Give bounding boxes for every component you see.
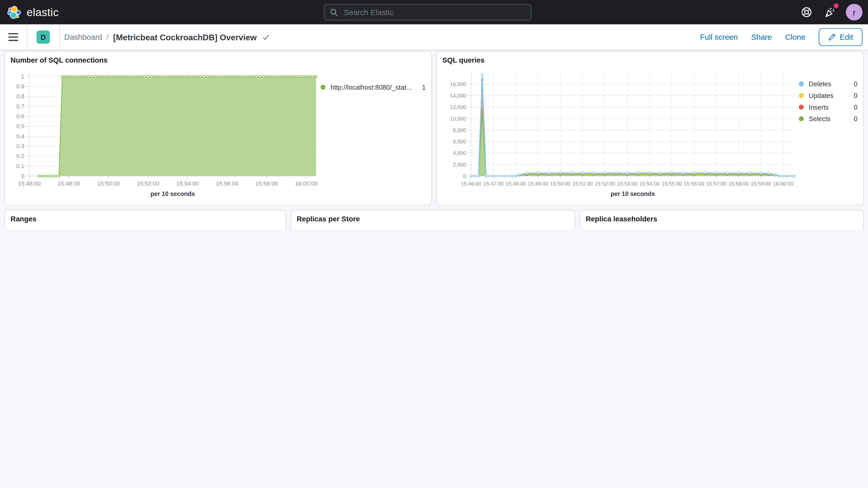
legend-label[interactable]: http://localhost:8080/_stat... xyxy=(331,84,417,91)
svg-text:0.8: 0.8 xyxy=(17,93,24,99)
legend-value: 1 xyxy=(422,84,426,91)
svg-text:15:47:00: 15:47:00 xyxy=(483,181,504,187)
svg-text:15:53:00: 15:53:00 xyxy=(617,181,638,187)
chart-replica-leaseholders[interactable]: 0102030405060708015:46:0015:49:0015:52:0… xyxy=(586,226,747,229)
elastic-logo-icon xyxy=(7,5,22,20)
svg-text:per 10 seconds: per 10 seconds xyxy=(611,190,655,197)
legend-item: Selects0 xyxy=(799,113,858,125)
legend-label[interactable]: Deletes xyxy=(809,80,849,88)
panel-title: Ranges xyxy=(10,215,280,226)
page-title: [Metricbeat CockroachDB] Overview xyxy=(113,32,256,42)
svg-text:0: 0 xyxy=(463,173,466,179)
svg-text:2,000: 2,000 xyxy=(453,162,466,167)
chart-sql-connections[interactable]: 00.10.20.30.40.50.60.70.80.9115:46:0015:… xyxy=(10,67,320,200)
toolbar: D Dashboard / [Metricbeat CockroachDB] O… xyxy=(0,24,868,51)
panel-replicas-per-store: Replicas per Store 0102030405060708015:4… xyxy=(290,210,575,229)
notification-dot xyxy=(834,3,839,8)
svg-text:4,000: 4,000 xyxy=(453,150,466,156)
panel-number-of-sql-connections: Number of SQL connections 00.10.20.30.40… xyxy=(4,51,432,205)
svg-text:15:48:00: 15:48:00 xyxy=(58,180,80,187)
svg-text:15:57:00: 15:57:00 xyxy=(706,181,726,187)
edit-button-label: Edit xyxy=(840,33,853,41)
panel-title: Replica leaseholders xyxy=(586,215,858,226)
svg-text:8,000: 8,000 xyxy=(453,127,466,133)
legend-dot xyxy=(799,81,804,86)
legend-dot xyxy=(799,105,804,110)
legend-value: 0 xyxy=(854,80,857,88)
svg-text:12,000: 12,000 xyxy=(450,104,466,110)
svg-text:0.1: 0.1 xyxy=(17,163,24,170)
svg-text:0.7: 0.7 xyxy=(17,103,24,110)
svg-text:15:46:00: 15:46:00 xyxy=(18,180,40,187)
svg-text:15:49:00: 15:49:00 xyxy=(528,181,548,187)
divider xyxy=(27,24,27,50)
svg-text:15:56:00: 15:56:00 xyxy=(684,181,704,187)
legend-item: Deletes0 xyxy=(799,78,858,90)
svg-text:15:52:00: 15:52:00 xyxy=(595,181,615,187)
legend-dot xyxy=(320,85,326,90)
legend-label[interactable]: Selects xyxy=(809,115,849,123)
panel-title: SQL queries xyxy=(442,56,858,67)
svg-text:15:50:00: 15:50:00 xyxy=(550,181,571,187)
svg-text:15:56:00: 15:56:00 xyxy=(216,180,238,187)
legend-dot xyxy=(799,93,804,98)
svg-text:15:52:00: 15:52:00 xyxy=(137,180,159,187)
panel-ranges: Ranges 0102030405060708015:46:0015:48:00… xyxy=(4,210,286,229)
svg-text:15:48:00: 15:48:00 xyxy=(505,181,526,187)
help-icon[interactable] xyxy=(800,5,813,19)
full-screen-button[interactable]: Full screen xyxy=(700,33,738,41)
svg-text:per 10 seconds: per 10 seconds xyxy=(151,190,195,197)
svg-text:15:59:00: 15:59:00 xyxy=(751,181,771,187)
legend-label[interactable]: Inserts xyxy=(809,103,849,111)
search-input[interactable] xyxy=(343,7,525,17)
svg-text:16:00:00: 16:00:00 xyxy=(295,180,317,187)
svg-text:10,000: 10,000 xyxy=(450,116,466,122)
brand[interactable]: elastic xyxy=(0,5,59,20)
panel-title: Number of SQL connections xyxy=(10,56,426,67)
svg-text:15:46:00: 15:46:00 xyxy=(461,181,481,187)
legend-replicas-per-store: http://localhost:8080/_sta...89 xyxy=(458,226,569,229)
svg-text:0.5: 0.5 xyxy=(17,123,24,129)
pencil-icon xyxy=(828,33,836,41)
svg-text:15:51:00: 15:51:00 xyxy=(572,181,593,187)
share-button[interactable]: Share xyxy=(751,33,772,41)
svg-text:15:54:00: 15:54:00 xyxy=(639,181,660,187)
global-search[interactable] xyxy=(324,4,531,21)
app-viewport: elastic r xyxy=(0,0,868,229)
space-badge[interactable]: D xyxy=(37,30,50,44)
avatar-letter: r xyxy=(852,7,856,17)
panel-sql-queries: SQL queries 02,0004,0006,0008,00010,0001… xyxy=(436,51,864,205)
saved-check-icon[interactable] xyxy=(262,33,270,41)
search-icon xyxy=(330,8,338,17)
breadcrumb-dashboard[interactable]: Dashboard xyxy=(64,33,102,41)
svg-text:0: 0 xyxy=(21,173,24,179)
svg-text:15:58:00: 15:58:00 xyxy=(728,181,749,187)
legend-dot xyxy=(799,116,804,121)
svg-text:1: 1 xyxy=(21,73,24,80)
edit-button[interactable]: Edit xyxy=(818,28,863,46)
user-avatar[interactable]: r xyxy=(846,4,863,21)
clone-button[interactable]: Clone xyxy=(785,33,805,41)
panel-replica-leaseholders: Replica leaseholders 0102030405060708015… xyxy=(580,210,864,229)
legend-item: Updates0 xyxy=(799,90,858,101)
legend-item: http://localhost:8080/_stat...1 xyxy=(320,81,426,93)
legend-value: 0 xyxy=(854,115,857,123)
legend-sql-connections: http://localhost:8080/_stat...1 xyxy=(320,67,426,200)
svg-text:14,000: 14,000 xyxy=(450,93,466,98)
toolbar-actions: Full screen Share Clone Edit xyxy=(700,28,862,46)
svg-text:0.6: 0.6 xyxy=(17,113,24,120)
svg-text:15:54:00: 15:54:00 xyxy=(176,180,199,187)
breadcrumb: Dashboard / [Metricbeat CockroachDB] Ove… xyxy=(64,32,270,42)
chart-ranges[interactable]: 0102030405060708015:46:0015:48:0015:50:0… xyxy=(10,226,208,229)
menu-icon[interactable] xyxy=(8,33,18,41)
svg-text:6,000: 6,000 xyxy=(453,139,466,145)
divider xyxy=(59,24,60,50)
brand-text: elastic xyxy=(27,6,59,19)
chart-replicas-per-store[interactable]: 0102030405060708015:46:0015:49:0015:52:0… xyxy=(297,226,458,229)
legend-label[interactable]: Updates xyxy=(809,92,849,99)
svg-text:0.2: 0.2 xyxy=(17,153,24,159)
svg-text:15:58:00: 15:58:00 xyxy=(255,180,278,187)
chart-sql-queries[interactable]: 02,0004,0006,0008,00010,00012,00014,0001… xyxy=(442,67,799,200)
legend-sql-queries: Deletes0Updates0Inserts0Selects0 xyxy=(799,67,858,200)
svg-text:0.3: 0.3 xyxy=(17,143,24,149)
